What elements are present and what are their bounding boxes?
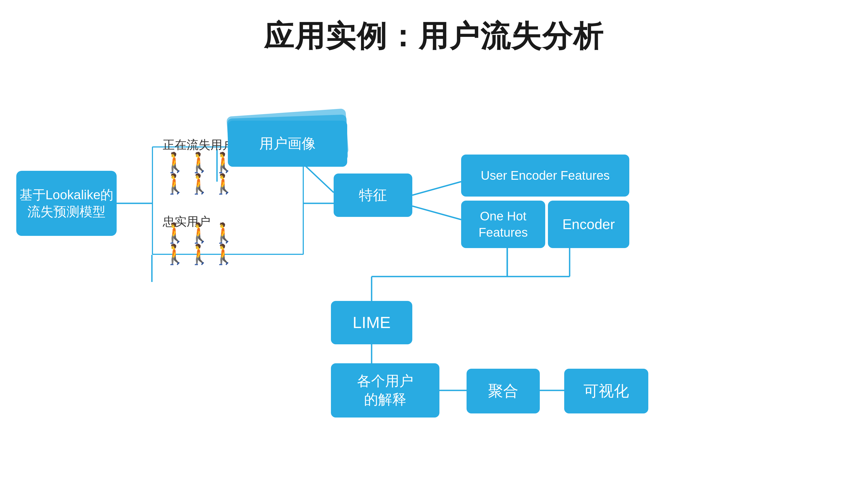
churning-persons: 🚶🚶🚶 🚶🚶🚶 [163, 152, 236, 195]
page-title: 应用实例：用户流失分析 [0, 0, 868, 57]
user-portrait-box: 用户画像 [228, 121, 347, 167]
svg-line-4 [412, 182, 461, 195]
encoder-box: Encoder [548, 201, 629, 248]
user-encoder-features-box: User Encoder Features [461, 155, 629, 197]
loyal-persons: 🚶🚶🚶 🚶🚶🚶 [163, 222, 236, 265]
svg-line-5 [412, 206, 461, 220]
lime-box: LIME [331, 301, 412, 344]
aggregation-box: 聚合 [467, 369, 540, 414]
visualization-box: 可视化 [564, 369, 648, 414]
user-explanation-box: 各个用户 的解释 [331, 363, 439, 418]
one-hot-features-box: One Hot Features [461, 201, 545, 248]
features-box: 特征 [334, 173, 412, 217]
lookalike-model-box: 基于Lookalike的 流失预测模型 [16, 171, 117, 236]
churning-users-label: 正在流失用户 [163, 137, 235, 153]
